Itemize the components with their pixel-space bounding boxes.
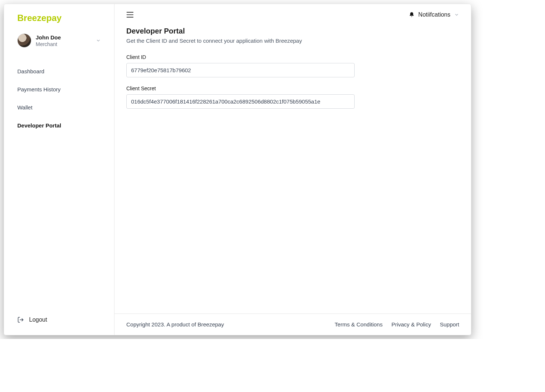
sidebar-item-wallet[interactable]: Wallet — [4, 100, 114, 115]
client-id-input[interactable] — [126, 63, 355, 77]
app-window: Breezepay John Doe Merchant Dashboard Pa… — [4, 4, 471, 335]
notifications-label: Notiifcations — [418, 11, 450, 18]
user-role: Merchant — [36, 41, 91, 47]
client-id-label: Client ID — [126, 54, 459, 60]
footer-link-terms[interactable]: Terms & Conditions — [335, 321, 383, 328]
sidebar-item-payments-history[interactable]: Payments History — [4, 82, 114, 97]
footer-link-support[interactable]: Support — [440, 321, 459, 328]
client-secret-label: Client Secret — [126, 85, 459, 91]
main: Notiifcations Developer Portal Get the C… — [115, 4, 471, 335]
footer-copy-prefix: Copyright 2023. A product of — [126, 321, 197, 328]
hamburger-icon[interactable] — [126, 12, 134, 18]
client-secret-field: Client Secret — [126, 85, 459, 109]
footer: Copyright 2023. A product of Breezepay T… — [115, 314, 471, 335]
topbar: Notiifcations — [115, 4, 471, 21]
logout-button[interactable]: Logout — [4, 311, 114, 326]
user-menu[interactable]: John Doe Merchant — [4, 28, 114, 56]
logout-icon — [17, 316, 24, 323]
brand-logo: Breezepay — [4, 13, 114, 28]
chevron-down-icon — [454, 12, 459, 17]
client-id-field: Client ID — [126, 54, 459, 77]
sidebar-nav: Dashboard Payments History Wallet Develo… — [4, 56, 114, 311]
sidebar-item-developer-portal[interactable]: Developer Portal — [4, 118, 114, 133]
bell-icon — [409, 12, 415, 18]
chevron-down-icon — [96, 38, 101, 43]
notifications-menu[interactable]: Notiifcations — [409, 11, 459, 18]
sidebar: Breezepay John Doe Merchant Dashboard Pa… — [4, 4, 115, 335]
client-secret-input[interactable] — [126, 94, 355, 109]
content: Developer Portal Get the Client ID and S… — [115, 21, 471, 314]
avatar — [17, 34, 31, 48]
page-title: Developer Portal — [126, 27, 459, 35]
footer-copy-brand: Breezepay — [197, 321, 224, 328]
logout-label: Logout — [29, 316, 47, 323]
user-meta: John Doe Merchant — [36, 34, 91, 47]
footer-links: Terms & Conditions Privacy & Policy Supp… — [335, 321, 459, 328]
footer-link-privacy[interactable]: Privacy & Policy — [391, 321, 431, 328]
sidebar-item-dashboard[interactable]: Dashboard — [4, 64, 114, 79]
footer-copyright: Copyright 2023. A product of Breezepay — [126, 321, 224, 328]
user-name: John Doe — [36, 34, 91, 41]
page-subtitle: Get the Client ID and Secret to connect … — [126, 38, 459, 44]
